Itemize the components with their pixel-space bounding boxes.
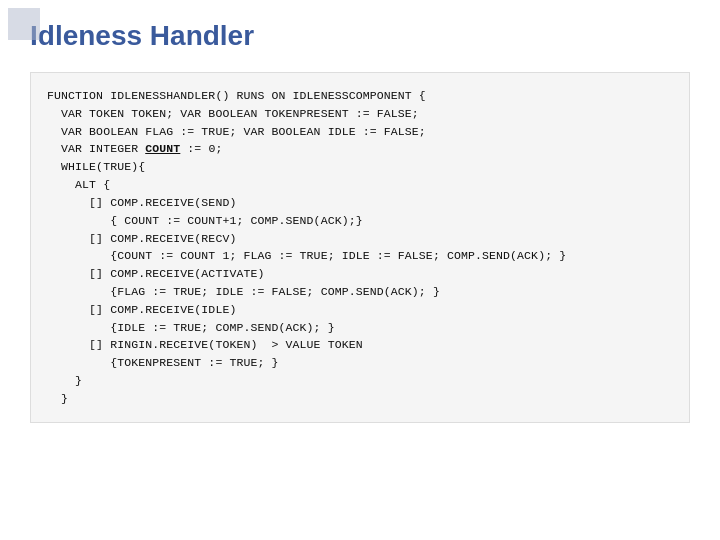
code-line-7: [] COMP.RECEIVE(SEND) [47, 196, 236, 209]
code-block: FUNCTION IDLENESSHANDLER() RUNS ON IDLEN… [30, 72, 690, 423]
code-line-11: [] COMP.RECEIVE(ACTIVATE) [47, 267, 265, 280]
code-line-16: {TOKENPRESENT := TRUE; } [47, 356, 279, 369]
decorative-square [8, 8, 40, 40]
code-line-10: {COUNT := COUNT 1; FLAG := TRUE; IDLE :=… [47, 249, 566, 262]
code-line-2: VAR TOKEN TOKEN; VAR BOOLEAN TOKENPRESEN… [47, 107, 419, 120]
count-highlight: COUNT [145, 142, 180, 155]
code-line-8: { COUNT := COUNT+1; COMP.SEND(ACK);} [47, 214, 363, 227]
code-line-18: } [47, 392, 68, 405]
code-line-15: [] RINGIN.RECEIVE(TOKEN) > VALUE TOKEN [47, 338, 363, 351]
code-line-6: ALT { [47, 178, 110, 191]
code-line-3: VAR BOOLEAN FLAG := TRUE; VAR BOOLEAN ID… [47, 125, 426, 138]
code-line-14: {IDLE := TRUE; COMP.SEND(ACK); } [47, 321, 335, 334]
page-container: Idleness Handler FUNCTION IDLENESSHANDLE… [0, 0, 720, 540]
code-line-13: [] COMP.RECEIVE(IDLE) [47, 303, 236, 316]
code-line-12: {FLAG := TRUE; IDLE := FALSE; COMP.SEND(… [47, 285, 440, 298]
code-line-4: VAR INTEGER COUNT := 0; [47, 142, 222, 155]
code-line-5: WHILE(TRUE){ [47, 160, 145, 173]
page-title: Idleness Handler [30, 20, 690, 52]
code-line-17: } [47, 374, 82, 387]
code-line-9: [] COMP.RECEIVE(RECV) [47, 232, 236, 245]
code-line-1: FUNCTION IDLENESSHANDLER() RUNS ON IDLEN… [47, 89, 426, 102]
